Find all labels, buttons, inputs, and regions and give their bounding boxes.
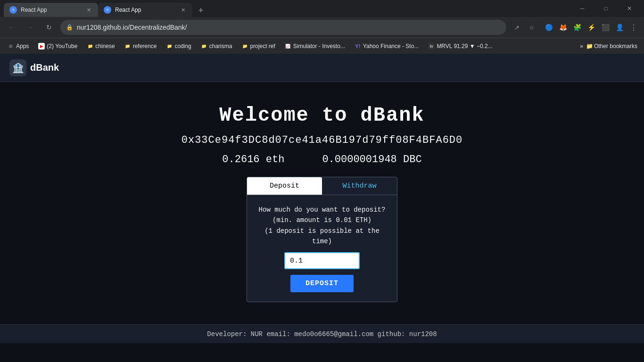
app-header: 🏦 dBank (0, 54, 644, 82)
coding-folder-icon: 📁 (166, 43, 173, 49)
deposit-amount-input[interactable] (284, 252, 360, 269)
forward-button[interactable]: → (23, 20, 38, 35)
logo-icon: 🏦 (9, 59, 26, 76)
page-footer: Developer: NUR email: medo0o6665@gmail.c… (0, 324, 644, 343)
bookmark-charisma-label: charisma (209, 43, 232, 49)
bookmark-reference[interactable]: 📁 reference (121, 41, 161, 51)
deposit-instructions: How much do you want to deposit? (min. a… (256, 205, 388, 247)
profile-icon[interactable]: 👤 (613, 21, 626, 34)
window-controls: ─ □ ✕ (571, 0, 640, 17)
simulator-icon: 📈 (285, 43, 291, 49)
deposit-label-line1: How much do you want to deposit? (259, 206, 386, 214)
deposit-label-line2: (min. amount is 0.01 ETH) (272, 216, 372, 224)
bookmark-mrvl-label: MRVL 91.29 ▼ −0.2... (437, 43, 492, 49)
bookmark-coding[interactable]: 📁 coding (162, 41, 195, 51)
bookmark-simulator-label: Simulator - Investo... (293, 43, 345, 49)
bookmark-apps-label: Apps (16, 43, 29, 49)
tab1-favicon: ⚛ (9, 6, 17, 14)
browser-tab-2[interactable]: ⚛ React App ✕ (98, 3, 192, 17)
bookmark-chinese-label: chinese (95, 43, 115, 49)
maximize-button[interactable]: □ (595, 0, 617, 17)
address-text: nur1208.github.io/DecentralizedBank/ (77, 24, 501, 31)
youtube-icon: ▶ (38, 43, 45, 49)
bookmark-simulator[interactable]: 📈 Simulator - Investo... (281, 41, 349, 51)
bookmarks-more-button[interactable]: » 📁 Other bookmarks (577, 41, 640, 51)
tabs-widget: Deposit Withdraw How much do you want to… (247, 177, 397, 303)
bookmark-chinese[interactable]: 📁 chinese (83, 41, 118, 51)
balance-row: 0.2616 eth 0.0000001948 DBC (222, 154, 421, 165)
tabs-header: Deposit Withdraw (247, 177, 397, 195)
more-menu-button[interactable]: ⋮ (627, 21, 640, 34)
minimize-button[interactable]: ─ (571, 0, 593, 17)
yahoo-icon: Y! (355, 43, 361, 49)
bookmark-yahoo[interactable]: Y! Yahoo Finance - Sto... (351, 41, 423, 51)
bookmark-charisma[interactable]: 📁 charisma (197, 41, 236, 51)
close-button[interactable]: ✕ (619, 0, 640, 17)
dbc-balance: 0.0000001948 DBC (322, 154, 421, 165)
ext-icon-3[interactable]: 🧩 (570, 21, 584, 34)
new-tab-button[interactable]: + (194, 4, 207, 17)
deposit-label-line3: (1 deposit is possible at the time) (264, 227, 380, 245)
bookmarks-bar: ⊞ Apps ▶ (2) YouTube 📁 chinese 📁 referen… (0, 38, 644, 54)
mrvl-icon: tv (428, 43, 435, 49)
deposit-button[interactable]: DEPOSIT (290, 275, 354, 292)
project-ref-folder-icon: 📁 (241, 43, 248, 49)
lock-icon: 🔒 (66, 24, 73, 31)
bookmark-coding-label: coding (174, 43, 191, 49)
eth-balance: 0.2616 eth (222, 154, 284, 165)
browser-tab-1[interactable]: ⚛ React App ✕ (4, 3, 98, 17)
tab1-close-button[interactable]: ✕ (85, 6, 92, 14)
bookmark-button[interactable]: ☆ (525, 21, 538, 34)
browser-chrome: ⚛ React App ✕ ⚛ React App ✕ + ─ □ ✕ ← → … (0, 0, 644, 54)
address-bar-row: ← → ↻ 🔒 nur1208.github.io/DecentralizedB… (0, 17, 644, 38)
share-button[interactable]: ↗ (510, 21, 523, 34)
back-button[interactable]: ← (4, 20, 19, 35)
ext-icon-4[interactable]: ⚡ (585, 21, 598, 34)
bookmark-apps[interactable]: ⊞ Apps (4, 41, 33, 51)
deposit-tab-content: How much do you want to deposit? (min. a… (247, 195, 397, 302)
main-content: Welcome to dBank 0x33Ce94f3DC8d07ce41a46… (0, 82, 644, 324)
bookmark-project-ref-label: project ref (250, 43, 275, 49)
bookmark-project-ref[interactable]: 📁 project ref (238, 41, 279, 51)
deposit-tab-button[interactable]: Deposit (247, 177, 322, 195)
ext-icon-5[interactable]: ⬛ (599, 21, 612, 34)
logo-text: dBank (30, 62, 59, 73)
address-actions: ↗ ☆ (510, 21, 538, 34)
other-bookmarks-label: 📁 (586, 43, 593, 49)
extension-icons: 🔵 🦊 🧩 ⚡ ⬛ 👤 ⋮ (542, 21, 640, 34)
footer-text: Developer: NUR email: medo0o6665@gmail.c… (207, 330, 437, 338)
bookmark-reference-label: reference (133, 43, 157, 49)
address-bar[interactable]: 🔒 nur1208.github.io/DecentralizedBank/ (60, 20, 506, 35)
tab1-title: React App (21, 7, 81, 13)
bookmark-yahoo-label: Yahoo Finance - Sto... (363, 43, 419, 49)
page-content: 🏦 dBank Welcome to dBank 0x33Ce94f3DC8d0… (0, 54, 644, 343)
title-bar: ⚛ React App ✕ ⚛ React App ✕ + ─ □ ✕ (0, 0, 644, 17)
ext-icon-2[interactable]: 🦊 (556, 21, 570, 34)
bookmark-youtube-label: (2) YouTube (47, 43, 77, 49)
welcome-title: Welcome to dBank (219, 104, 424, 127)
other-bookmarks-text: Other bookmarks (594, 43, 637, 49)
ext-icon-1[interactable]: 🔵 (542, 21, 555, 34)
tab2-title: React App (115, 7, 175, 13)
app-logo: 🏦 dBank (9, 59, 59, 76)
wallet-address: 0x33Ce94f3DC8d07ce41a46B197d79ff08F4BFA6… (182, 134, 463, 146)
reload-button[interactable]: ↻ (41, 20, 57, 35)
reference-folder-icon: 📁 (124, 43, 131, 49)
charisma-folder-icon: 📁 (201, 43, 207, 49)
bookmark-mrvl[interactable]: tv MRVL 91.29 ▼ −0.2... (424, 41, 496, 51)
chinese-folder-icon: 📁 (87, 43, 93, 49)
tabs-area: ⚛ React App ✕ ⚛ React App ✕ + (4, 0, 568, 17)
tab2-favicon: ⚛ (104, 6, 111, 14)
apps-icon: ⊞ (8, 43, 14, 49)
withdraw-tab-button[interactable]: Withdraw (322, 177, 397, 195)
tab2-close-button[interactable]: ✕ (179, 6, 187, 14)
more-icon: » (580, 43, 583, 49)
bookmark-youtube[interactable]: ▶ (2) YouTube (34, 41, 81, 51)
